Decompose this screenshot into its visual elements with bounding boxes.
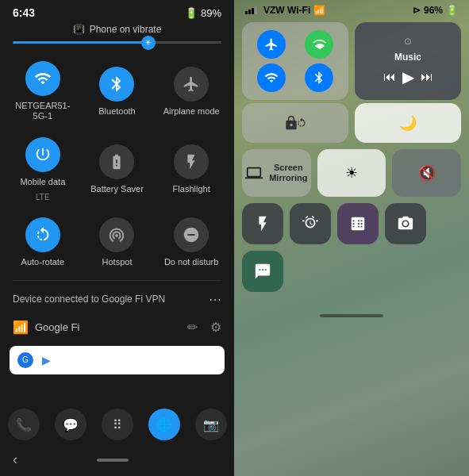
- ios-mirroring-row: ScreenMirroring ☀ 🔇: [234, 143, 469, 197]
- vibrate-icon: 📳: [73, 24, 85, 35]
- ios-battery-icon: 🔋: [446, 5, 458, 16]
- brightness-row[interactable]: [0, 38, 234, 50]
- music-card[interactable]: ⊙ Music ⏮ ▶ ⏭: [355, 22, 461, 100]
- volume-btn[interactable]: 🔇: [392, 149, 461, 197]
- airplane-icon: [174, 67, 209, 102]
- tile-wifi[interactable]: NETGEAR51-5G-1: [6, 53, 79, 128]
- connectivity-card: [242, 22, 348, 100]
- mobile-sublabel: LTE: [36, 193, 50, 202]
- messages-icon[interactable]: 💬: [55, 409, 86, 440]
- fastforward-btn[interactable]: ⏭: [421, 70, 433, 84]
- wifi-btn[interactable]: [257, 63, 286, 92]
- ios-calculator-btn[interactable]: [337, 203, 379, 244]
- network-name: Google Fi: [35, 321, 79, 333]
- ios-home-indicator[interactable]: [320, 314, 383, 317]
- signal-bars: [245, 6, 257, 14]
- signal-bar-2: [248, 10, 251, 14]
- music-title: Music: [394, 52, 421, 63]
- phone-icon[interactable]: 📞: [8, 409, 40, 440]
- ios-carrier: VZW Wi-Fi: [263, 5, 310, 16]
- ios-status-left: VZW Wi-Fi 📶: [245, 5, 325, 16]
- mobile-label: Mobile data: [20, 177, 65, 187]
- battery-saver-label: Battery Saver: [90, 184, 144, 194]
- ios-wifi-icon: 📶: [313, 5, 325, 16]
- home-indicator[interactable]: [97, 459, 129, 462]
- network-signal-icon: 📶: [13, 320, 29, 335]
- tile-bluetooth[interactable]: Bluetooth: [81, 53, 154, 128]
- ios-control-center: ⊙ Music ⏮ ▶ ⏭: [234, 19, 469, 103]
- back-button[interactable]: ‹: [13, 451, 17, 468]
- edit-icon[interactable]: ✏: [187, 320, 198, 335]
- assistant-icon: ▶: [38, 352, 54, 368]
- ios-row2: 🌙: [234, 103, 469, 143]
- ios-flashlight-btn[interactable]: [242, 203, 283, 244]
- vpn-text: Device connected to Google Fi VPN: [13, 294, 165, 305]
- ios-status-right: ⊳ 96% 🔋: [413, 5, 458, 16]
- tile-dnd[interactable]: Do not disturb: [155, 209, 228, 274]
- tile-flashlight[interactable]: Flashlight: [155, 129, 228, 207]
- autorotate-label: Auto-rotate: [21, 257, 64, 267]
- brightness-btn[interactable]: ☀: [317, 149, 386, 197]
- dnd-icon: [174, 217, 209, 252]
- music-controls: ⏮ ▶ ⏭: [383, 67, 433, 86]
- flashlight-label: Flashlight: [173, 184, 210, 194]
- ios-apps-row: [234, 197, 469, 244]
- ios-panel: VZW Wi-Fi 📶 ⊳ 96% 🔋: [234, 0, 469, 476]
- hotspot-label: Hotspot: [102, 257, 133, 267]
- google-icon: G: [17, 352, 33, 368]
- flashlight-icon: [174, 144, 209, 179]
- vibrate-row: 📳 Phone on vibrate: [0, 24, 234, 35]
- vpn-icon: ⋯: [209, 292, 221, 307]
- signal-bar-4: [255, 6, 257, 14]
- android-status-bar: 6:43 🔋 89%: [0, 0, 234, 22]
- android-panel: 6:43 🔋 89% 📳 Phone on vibrate NETGEAR51-…: [0, 0, 234, 476]
- tile-hotspot[interactable]: Hotspot: [81, 209, 154, 274]
- ios-extra-row: [234, 244, 469, 292]
- vpn-row: Device connected to Google Fi VPN ⋯: [0, 284, 234, 315]
- portrait-lock-btn[interactable]: [242, 103, 348, 143]
- brightness-slider[interactable]: [13, 41, 221, 44]
- brightness-fill: [13, 41, 148, 44]
- cellular-btn[interactable]: [305, 30, 333, 59]
- ios-status-bar: VZW Wi-Fi 📶 ⊳ 96% 🔋: [234, 0, 469, 19]
- settings-icon[interactable]: ⚙: [210, 320, 221, 335]
- battery-saver-icon: [99, 144, 134, 179]
- tile-airplane[interactable]: Airplane mode: [155, 53, 228, 128]
- bluetooth-btn[interactable]: [305, 63, 333, 92]
- tile-autorotate[interactable]: Auto-rotate: [6, 209, 79, 274]
- vibrate-label: Phone on vibrate: [90, 24, 162, 35]
- ios-camera-btn[interactable]: [385, 203, 426, 244]
- android-status-right: 🔋 89%: [185, 7, 221, 19]
- network-row: 📶 Google Fi ✏ ⚙: [0, 315, 234, 340]
- quick-tiles: NETGEAR51-5G-1 Bluetooth Airplane mode: [0, 50, 234, 277]
- screen-mirroring-btn[interactable]: ScreenMirroring: [242, 149, 311, 197]
- wifi-label: NETGEAR51-5G-1: [10, 101, 76, 121]
- brightness-thumb[interactable]: [141, 36, 156, 50]
- wifi-icon: [25, 61, 60, 96]
- tile-battery-saver[interactable]: Battery Saver: [81, 129, 154, 207]
- mobile-icon: [25, 137, 60, 172]
- network-actions: ✏ ⚙: [187, 320, 221, 335]
- autorotate-icon: [25, 217, 60, 252]
- ios-timer-btn[interactable]: [290, 203, 331, 244]
- rewind-btn[interactable]: ⏮: [383, 70, 396, 84]
- do-not-disturb-btn[interactable]: 🌙: [355, 103, 461, 143]
- airplane-label: Airplane mode: [163, 106, 220, 117]
- tile-mobile[interactable]: Mobile data LTE: [6, 129, 79, 207]
- battery-level: 89%: [201, 7, 221, 19]
- bluetooth-icon: [99, 67, 134, 102]
- network-left: 📶 Google Fi: [13, 320, 79, 335]
- airplane-btn[interactable]: [257, 30, 286, 59]
- bluetooth-label: Bluetooth: [98, 106, 135, 117]
- camera-nav-icon[interactable]: 📷: [195, 409, 227, 440]
- chrome-icon[interactable]: 🌐: [148, 409, 180, 440]
- signal-bar-3: [252, 8, 254, 14]
- ios-remote-btn[interactable]: [242, 251, 283, 292]
- airplay-icon: ⊙: [404, 36, 412, 47]
- apps-icon[interactable]: ⠿: [102, 409, 133, 440]
- ios-battery: 96%: [424, 5, 443, 16]
- play-btn[interactable]: ▶: [402, 67, 414, 86]
- battery-icon: 🔋: [185, 7, 198, 19]
- bottom-bar: ‹: [0, 447, 234, 476]
- search-bar[interactable]: G ▶: [10, 346, 225, 374]
